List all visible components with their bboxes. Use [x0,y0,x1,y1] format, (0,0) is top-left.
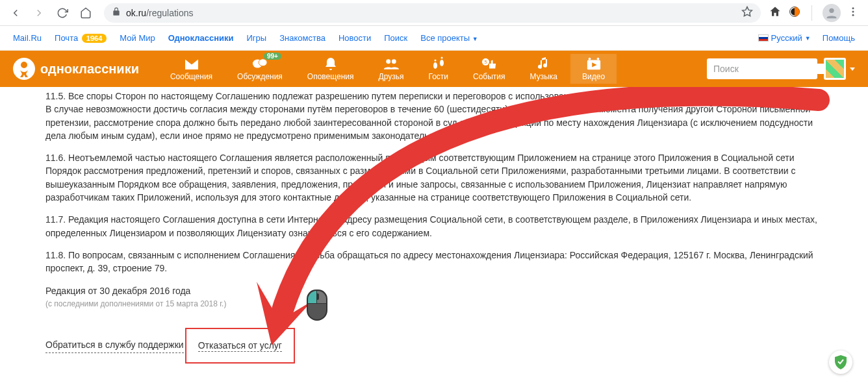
browser-toolbar: ok.ru/regulations [0,0,868,26]
svg-point-8 [259,59,267,66]
thumb-icon: 5 [481,56,497,72]
mouse-cursor-annotation [307,290,327,321]
address-bar[interactable]: ok.ru/regulations [104,3,761,23]
highlight-box: Отказаться от услуг [185,328,295,363]
portal-link-news[interactable]: Новости [338,33,371,43]
security-shield-badge[interactable] [829,351,852,374]
revision-addendum: (с последними дополнениями от 15 марта 2… [45,299,823,310]
ok-header: одноклассники Сообщения 99+Обсуждения Оп… [0,51,868,87]
portal-link-mymir[interactable]: Мой Мир [120,33,155,43]
ok-nav-music[interactable]: Музыка [518,54,569,84]
bell-icon [323,56,338,72]
language-selector[interactable]: Русский ▼ [758,33,811,43]
discussions-badge: 99+ [264,53,281,60]
svg-point-5 [852,14,854,16]
refuse-services-link[interactable]: Отказаться от услуг [198,340,282,352]
portal-link-mailru[interactable]: Mail.Ru [13,33,42,43]
profile-avatar[interactable] [823,4,841,22]
ok-nav: Сообщения 99+Обсуждения Оповещения Друзь… [159,54,617,84]
search-input[interactable] [713,64,827,74]
ok-nav-friends[interactable]: Друзья [367,54,416,84]
reload-button[interactable] [52,3,73,23]
paragraph-11-5: 11.5. Все споры Сторон по настоящему Сог… [45,90,823,142]
forward-button[interactable] [29,3,49,23]
ok-nav-discussions[interactable]: 99+Обсуждения [225,54,294,84]
svg-point-4 [852,11,854,13]
chevron-down-icon [850,68,855,71]
people-icon [383,56,399,72]
svg-point-3 [852,7,854,9]
paragraph-11-8: 11.8. По вопросам, связанным с исполнени… [45,249,823,275]
flag-ru-icon [758,34,769,42]
ok-nav-events[interactable]: 5События [461,54,517,84]
ok-profile-menu[interactable] [824,58,855,80]
ok-nav-messages[interactable]: Сообщения [159,54,224,84]
browser-right-controls [769,4,863,22]
help-link[interactable]: Помощь [823,33,855,43]
portal-link-mail[interactable]: Почта 1964 [55,33,107,43]
portal-link-all-projects[interactable]: Все проекты ▼ [420,33,478,43]
ok-search-box[interactable] [707,58,817,79]
svg-point-19 [596,58,599,60]
divider [811,5,812,21]
video-icon [586,56,602,72]
footprints-icon [431,56,446,72]
svg-text:5: 5 [484,59,487,65]
action-links: Обратиться в службу поддержки Отказаться… [45,328,823,363]
portal-link-dating[interactable]: Знакомства [279,33,326,43]
support-link[interactable]: Обратиться в службу поддержки [45,338,184,352]
ok-search-area [707,58,855,80]
svg-point-13 [434,60,436,62]
ok-logo-icon [13,58,35,80]
revision-date: Редакция от 30 декабря 2016 года [45,284,823,297]
portal-link-search[interactable]: Поиск [384,33,407,43]
paragraph-11-6: 11.6. Неотъемлемой частью настоящего Сог… [45,151,823,204]
url-text: ok.ru/regulations [126,8,194,18]
svg-point-18 [588,58,591,60]
svg-point-10 [392,59,396,64]
svg-point-11 [433,62,437,69]
svg-point-9 [386,59,390,64]
ok-avatar [824,58,846,80]
ok-nav-video[interactable]: Видео [570,54,617,84]
lock-icon [112,7,121,18]
portal-link-games[interactable]: Игры [247,33,267,43]
mail-icon [184,56,199,72]
extension-home-icon[interactable] [769,5,782,20]
ok-logo[interactable]: одноклассники [13,58,139,80]
extension-swirl-icon[interactable] [788,5,801,20]
ok-nav-guests[interactable]: Гости [416,54,460,84]
ok-nav-notifications[interactable]: Оповещения [296,54,366,84]
svg-point-14 [440,57,442,59]
bookmark-star-icon[interactable] [741,6,753,19]
regulations-content: 11.5. Все споры Сторон по настоящему Сог… [0,87,868,364]
browser-menu-button[interactable] [847,6,859,19]
portal-nav: Mail.Ru Почта 1964 Мой Мир Одноклассники… [0,26,868,51]
svg-marker-0 [743,7,752,16]
paragraph-11-7: 11.7. Редакция настоящего Соглашения дос… [45,213,823,240]
music-icon [536,56,552,72]
svg-point-2 [829,8,834,12]
ok-brand-text: одноклассники [40,62,139,77]
back-button[interactable] [5,3,26,23]
svg-point-6 [21,62,27,68]
home-button[interactable] [75,3,96,23]
portal-link-odnoklassniki[interactable]: Одноклассники [168,33,234,43]
svg-point-12 [440,60,444,66]
mail-badge: 1964 [82,34,107,43]
